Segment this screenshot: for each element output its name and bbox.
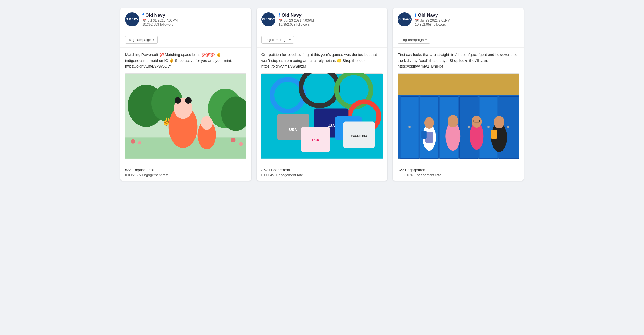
- svg-point-13: [185, 97, 192, 104]
- profile-info: f Old Navy 📅 Jul 31 2021 7:00PM 10,352,0…: [142, 13, 178, 26]
- engagement-value: 352 Engagement: [261, 168, 383, 172]
- brand-name: Old Navy: [282, 13, 302, 18]
- post-image-graphic: USA USA USA USA TEAM USA: [261, 73, 383, 159]
- post-text: Matching Powersoft 💯 Matching space buns…: [125, 52, 246, 69]
- followers-count: 10,352,058 followers: [279, 23, 314, 26]
- svg-text:USA: USA: [312, 138, 319, 142]
- svg-point-8: [231, 138, 236, 142]
- card-body: First day looks that are straight fire/s…: [393, 48, 524, 164]
- followers-count: 10,352,058 followers: [142, 23, 178, 26]
- engagement-rate: 0.00515% Engagement rate: [125, 173, 246, 177]
- post-text: Our petition for couchsurfing at this ye…: [261, 52, 383, 69]
- calendar-icon: 📅: [415, 19, 419, 22]
- card-body: Matching Powersoft 💯 Matching space buns…: [120, 48, 251, 164]
- brand-name: Old Navy: [418, 13, 438, 18]
- calendar-icon: 📅: [279, 19, 283, 22]
- svg-point-48: [424, 117, 434, 129]
- svg-point-9: [239, 142, 243, 146]
- brand-name: Old Navy: [145, 13, 165, 18]
- post-text: First day looks that are straight fire/s…: [398, 52, 519, 69]
- engagement-value: 533 Engagement: [125, 168, 246, 172]
- svg-rect-58: [491, 130, 497, 139]
- tag-campaign-label: Tag campaign: [401, 38, 424, 42]
- avatar: OLD NAVY: [261, 12, 275, 26]
- card-header: OLD NAVY f Old Navy 📅 Jul 29 2021 7:01PM…: [393, 8, 524, 32]
- svg-point-12: [175, 97, 181, 104]
- card-header: OLD NAVY f Old Navy 📅 Jul 31 2021 7:00PM…: [120, 8, 251, 32]
- svg-text:TEAM USA: TEAM USA: [351, 134, 367, 138]
- tag-campaign-button[interactable]: Tag campaign ▾: [125, 36, 158, 44]
- dropdown-arrow-icon: ▾: [153, 38, 154, 41]
- svg-point-46: [507, 126, 509, 128]
- engagement-rate: 0.0034% Engagement rate: [261, 173, 383, 177]
- engagement-value: 327 Engagement: [398, 168, 519, 172]
- tag-campaign-row: Tag campaign ▾: [393, 32, 524, 48]
- post-image: ✌: [125, 73, 246, 159]
- post-image-graphic: [398, 73, 519, 159]
- tag-campaign-label: Tag campaign: [265, 38, 288, 42]
- dropdown-arrow-icon: ▾: [289, 38, 291, 41]
- svg-point-6: [131, 139, 135, 144]
- facebook-icon: f: [142, 13, 144, 18]
- post-image-graphic: ✌: [125, 73, 246, 159]
- profile-info: f Old Navy 📅 Jul 23 2021 7:00PM 10,352,0…: [279, 13, 314, 26]
- facebook-icon: f: [279, 13, 280, 18]
- tag-campaign-row: Tag campaign ▾: [257, 32, 388, 48]
- post-image: USA USA USA USA TEAM USA: [261, 73, 383, 159]
- avatar: OLD NAVY: [398, 12, 412, 26]
- tag-campaign-label: Tag campaign: [129, 38, 151, 42]
- svg-rect-57: [422, 131, 427, 139]
- svg-text:USA: USA: [289, 128, 297, 132]
- followers-count: 10,352,058 followers: [415, 23, 450, 26]
- avatar: OLD NAVY: [125, 12, 139, 26]
- svg-point-45: [487, 126, 490, 128]
- card-footer: 327 Engagement 0.00316% Engagement rate: [393, 164, 524, 181]
- svg-point-15: [201, 116, 213, 130]
- tag-campaign-button[interactable]: Tag campaign ▾: [398, 36, 430, 44]
- cards-container: OLD NAVY f Old Navy 📅 Jul 31 2021 7:00PM…: [120, 8, 524, 181]
- post-date: Jul 29 2021 7:01PM: [420, 19, 450, 22]
- tag-campaign-button[interactable]: Tag campaign ▾: [261, 36, 294, 44]
- calendar-icon: 📅: [142, 19, 146, 22]
- facebook-icon: f: [415, 13, 416, 18]
- card-footer: 352 Engagement 0.0034% Engagement rate: [257, 164, 388, 181]
- svg-point-44: [468, 126, 470, 128]
- profile-info: f Old Navy 📅 Jul 29 2021 7:01PM 10,352,0…: [415, 13, 450, 26]
- post-date: Jul 23 2021 7:00PM: [284, 19, 314, 22]
- card-header: OLD NAVY f Old Navy 📅 Jul 23 2021 7:00PM…: [257, 8, 388, 32]
- dropdown-arrow-icon: ▾: [425, 38, 427, 41]
- svg-text:✌: ✌: [162, 117, 171, 126]
- post-date: Jul 31 2021 7:00PM: [148, 19, 178, 22]
- card-card-3: OLD NAVY f Old Navy 📅 Jul 29 2021 7:01PM…: [393, 8, 524, 181]
- card-card-1: OLD NAVY f Old Navy 📅 Jul 31 2021 7:00PM…: [120, 8, 251, 181]
- engagement-rate: 0.00316% Engagement rate: [398, 173, 519, 177]
- post-image: [398, 73, 519, 159]
- card-body: Our petition for couchsurfing at this ye…: [257, 48, 388, 164]
- tag-campaign-row: Tag campaign ▾: [120, 32, 251, 48]
- svg-point-41: [409, 126, 411, 128]
- svg-point-56: [494, 116, 504, 128]
- card-footer: 533 Engagement 0.00515% Engagement rate: [120, 164, 251, 181]
- svg-point-51: [448, 115, 458, 127]
- svg-point-7: [138, 141, 141, 144]
- svg-point-53: [472, 116, 482, 128]
- card-card-2: OLD NAVY f Old Navy 📅 Jul 23 2021 7:00PM…: [257, 8, 388, 181]
